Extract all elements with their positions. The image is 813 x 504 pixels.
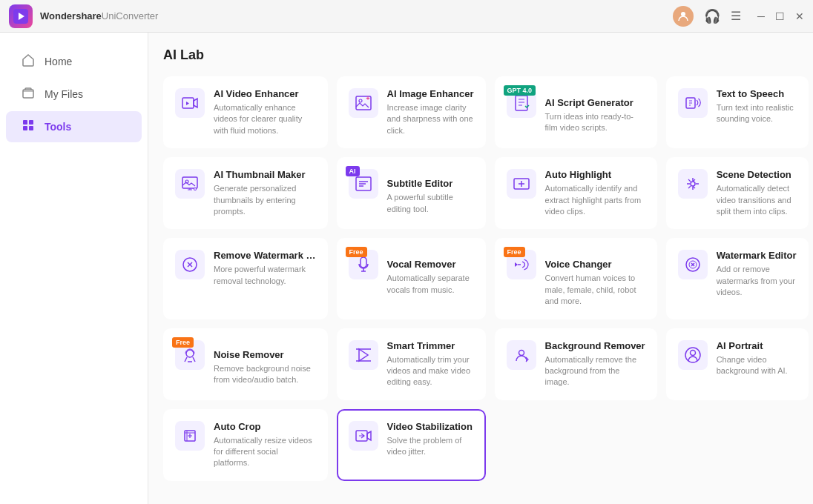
tool-desc-background-remover: Automatically remove the background from… <box>545 354 645 388</box>
tool-icon-remove-watermark <box>175 250 205 279</box>
sidebar-label-home: Home <box>45 56 72 67</box>
badge-ai-script-generator: GPT 4.0 <box>504 85 536 96</box>
tool-icon-auto-highlight <box>507 169 536 199</box>
svg-rect-13 <box>182 177 197 188</box>
svg-point-24 <box>690 350 695 355</box>
sidebar-item-my-files[interactable]: My Files <box>6 79 142 110</box>
tool-info-ai-video-enhancer: AI Video EnhancerAutomatically enhance v… <box>214 88 316 136</box>
tool-desc-scene-detection: Automatically detect video transitions a… <box>717 183 797 217</box>
tool-desc-ai-portrait: Change video background with AI. <box>717 354 797 377</box>
tool-name-scene-detection: Scene Detection <box>717 169 797 180</box>
sidebar-icon-my-files <box>21 86 36 102</box>
tool-info-subtitle-editor: Subtitle EditorA powerful subtitle editi… <box>387 178 474 215</box>
svg-point-23 <box>519 350 524 355</box>
tool-icon-watermark-editor <box>678 250 708 279</box>
svg-point-2 <box>681 12 685 16</box>
tool-card-smart-trimmer[interactable]: Smart TrimmerAutomatically trim your vid… <box>337 328 486 400</box>
tool-desc-vocal-remover: Automatically separate vocals from music… <box>387 273 474 296</box>
tool-card-ai-script-generator[interactable]: GPT 4.0AI Script GeneratorTurn ideas int… <box>495 76 657 148</box>
tool-name-ai-video-enhancer: AI Video Enhancer <box>214 88 316 99</box>
tool-name-auto-crop: Auto Crop <box>214 421 316 432</box>
tool-name-watermark-editor: Watermark Editor <box>717 250 797 261</box>
tool-card-ai-thumbnail-maker[interactable]: AI Thumbnail MakerGenerate personalized … <box>163 157 328 229</box>
tool-card-noise-remover[interactable]: FreeNoise RemoverRemove background noise… <box>163 328 328 400</box>
tool-name-voice-changer: Voice Changer <box>545 259 645 270</box>
tool-info-background-remover: Background RemoverAutomatically remove t… <box>545 340 645 388</box>
titlebar: WondershareUniConverter 🎧 ☰ ─ ☐ ✕ <box>0 0 813 33</box>
sidebar-item-tools[interactable]: Tools <box>6 111 142 142</box>
svg-rect-5 <box>29 120 33 125</box>
tool-name-video-stabilization: Video Stabilization <box>387 421 474 432</box>
tool-desc-text-to-speech: Turn text into realistic sounding voice. <box>717 102 797 125</box>
tool-info-auto-crop: Auto CropAutomatically resize videos for… <box>214 421 316 469</box>
tool-card-auto-crop[interactable]: Auto CropAutomatically resize videos for… <box>163 409 328 481</box>
badge-subtitle-editor: AI <box>346 166 360 176</box>
tool-desc-ai-image-enhancer: Increase image clarity and sharpness wit… <box>387 102 474 136</box>
tool-desc-remove-watermark: More powerful watermark removal technolo… <box>214 264 316 287</box>
tool-info-ai-thumbnail-maker: AI Thumbnail MakerGenerate personalized … <box>214 169 316 217</box>
tool-card-scene-detection[interactable]: Scene DetectionAutomatically detect vide… <box>666 157 809 229</box>
sidebar: HomeMy FilesTools <box>0 33 148 504</box>
account-icon[interactable] <box>673 6 694 27</box>
page-title: AI Lab <box>163 47 798 63</box>
tool-card-watermark-editor[interactable]: Watermark EditorAdd or remove watermarks… <box>666 238 809 319</box>
tool-name-ai-image-enhancer: AI Image Enhancer <box>387 88 474 99</box>
tool-name-remove-watermark: Remove Watermark … <box>214 250 316 261</box>
tool-name-text-to-speech: Text to Speech <box>717 88 797 99</box>
sidebar-label-tools: Tools <box>45 121 71 133</box>
badge-noise-remover: Free <box>172 337 194 348</box>
tool-info-remove-watermark: Remove Watermark …More powerful watermar… <box>214 250 316 287</box>
menu-icon[interactable]: ☰ <box>731 9 741 23</box>
tool-card-vocal-remover[interactable]: FreeVocal RemoverAutomatically separate … <box>337 238 486 319</box>
svg-rect-11 <box>516 96 527 110</box>
titlebar-controls: 🎧 ☰ ─ ☐ ✕ <box>673 6 804 27</box>
tool-desc-watermark-editor: Add or remove watermarks from your video… <box>717 264 797 298</box>
tool-icon-video-stabilization <box>349 421 378 451</box>
tool-name-ai-script-generator: AI Script Generator <box>545 97 645 108</box>
tool-name-ai-thumbnail-maker: AI Thumbnail Maker <box>214 169 316 180</box>
main-layout: HomeMy FilesTools AI Lab AI Video Enhanc… <box>0 33 813 504</box>
tool-card-ai-image-enhancer[interactable]: AI Image EnhancerIncrease image clarity … <box>337 76 486 148</box>
tool-card-auto-highlight[interactable]: Auto HighlightAutomatically identify and… <box>495 157 657 229</box>
maximize-button[interactable]: ☐ <box>775 10 785 22</box>
close-button[interactable]: ✕ <box>795 10 804 22</box>
tool-info-smart-trimmer: Smart TrimmerAutomatically trim your vid… <box>387 340 474 388</box>
tool-name-vocal-remover: Vocal Remover <box>387 259 474 270</box>
tool-info-text-to-speech: Text to SpeechTurn text into realistic s… <box>717 88 797 125</box>
tool-desc-ai-thumbnail-maker: Generate personalized thumbnails by ente… <box>214 183 316 217</box>
tool-card-ai-portrait[interactable]: AI PortraitChange video background with … <box>666 328 809 400</box>
sidebar-icon-tools <box>21 119 36 135</box>
content-area: AI Lab AI Video EnhancerAutomatically en… <box>148 33 813 504</box>
minimize-button[interactable]: ─ <box>757 10 765 22</box>
tool-name-auto-highlight: Auto Highlight <box>545 169 645 180</box>
tool-icon-auto-crop <box>175 421 205 451</box>
tool-desc-video-stabilization: Solve the problem of video jitter. <box>387 435 474 458</box>
tool-desc-voice-changer: Convert human voices to male, female, ch… <box>545 273 645 307</box>
tool-info-watermark-editor: Watermark EditorAdd or remove watermarks… <box>717 250 797 298</box>
tool-icon-smart-trimmer <box>349 340 378 370</box>
tool-card-subtitle-editor[interactable]: AISubtitle EditorA powerful subtitle edi… <box>337 157 486 229</box>
app-name: WondershareUniConverter <box>40 10 158 21</box>
sidebar-item-home[interactable]: Home <box>6 46 142 77</box>
tool-icon-text-to-speech <box>678 88 708 118</box>
tool-info-auto-highlight: Auto HighlightAutomatically identify and… <box>545 169 645 217</box>
tool-info-voice-changer: Voice ChangerConvert human voices to mal… <box>545 259 645 307</box>
tool-card-remove-watermark[interactable]: Remove Watermark …More powerful watermar… <box>163 238 328 319</box>
tool-name-background-remover: Background Remover <box>545 340 645 351</box>
app-logo <box>9 4 33 28</box>
tool-desc-auto-highlight: Automatically identify and extract highl… <box>545 183 645 217</box>
tool-card-text-to-speech[interactable]: Text to SpeechTurn text into realistic s… <box>666 76 809 148</box>
tool-info-noise-remover: Noise RemoverRemove background noise fro… <box>214 349 316 386</box>
svg-point-10 <box>359 99 362 102</box>
tool-card-video-stabilization[interactable]: Video StabilizationSolve the problem of … <box>337 409 486 481</box>
tool-name-smart-trimmer: Smart Trimmer <box>387 340 474 351</box>
svg-rect-6 <box>23 126 27 130</box>
headset-icon[interactable]: 🎧 <box>704 8 720 24</box>
tool-card-background-remover[interactable]: Background RemoverAutomatically remove t… <box>495 328 657 400</box>
tool-card-ai-video-enhancer[interactable]: AI Video EnhancerAutomatically enhance v… <box>163 76 328 148</box>
tool-desc-ai-script-generator: Turn ideas into ready-to-film video scri… <box>545 111 645 134</box>
tool-name-subtitle-editor: Subtitle Editor <box>387 178 474 189</box>
tool-icon-ai-image-enhancer <box>349 88 378 118</box>
tool-card-voice-changer[interactable]: FreeVoice ChangerConvert human voices to… <box>495 238 657 319</box>
badge-voice-changer: Free <box>504 247 525 257</box>
